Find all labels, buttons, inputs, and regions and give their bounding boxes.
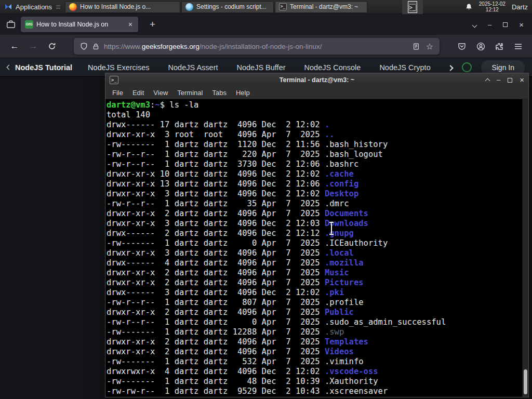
browser-tab-active[interactable]: GfG How to Install Node.js on ×	[21, 17, 138, 32]
firefox-view-icon[interactable]	[6, 20, 16, 29]
site-nav-link[interactable]: NodeJS Buffer	[237, 63, 286, 72]
browser-minimize-button[interactable]: –	[488, 21, 491, 28]
panel-username[interactable]: Dartz	[512, 3, 529, 11]
terminal-line: drwxr-xr-x 2 dartz dartz 4096 Apr 7 2025…	[107, 278, 521, 288]
terminal-line: drwx------ 2 dartz dartz 4096 Dec 2 12:1…	[107, 229, 521, 238]
terminal-line: -rw-r--r-- 1 dartz dartz 807 Apr 7 2025 …	[107, 298, 521, 308]
terminal-line: drwx------ 3 dartz dartz 4096 Dec 2 12:0…	[107, 288, 521, 298]
list-all-tabs-icon[interactable]	[473, 20, 476, 29]
desktop-panel: Applications How to Install Node.js o...…	[0, 0, 532, 14]
browser-tab-bar: GfG How to Install Node.js on × + – ×	[0, 14, 532, 35]
reader-mode-icon[interactable]	[413, 43, 420, 50]
menu-hamburger-icon[interactable]	[510, 38, 526, 54]
distro-logo-icon	[4, 3, 12, 11]
terminal-line: -rw-r--r-- 1 dartz dartz 220 Apr 7 2025 …	[107, 150, 521, 159]
terminal-icon: >_	[279, 3, 287, 10]
site-nav-link[interactable]: NodeJS Crypto	[379, 63, 430, 72]
terminal-menu-edit[interactable]: Edit	[128, 89, 149, 97]
back-icon[interactable]: ←	[6, 38, 23, 55]
terminal-line: drwxr-xr-x 3 root root 4096 Apr 7 2025 .…	[107, 130, 521, 140]
lock-icon[interactable]	[92, 43, 99, 50]
terminal-line: drwxr-xr-x 3 dartz dartz 4096 Dec 2 12:0…	[107, 219, 521, 229]
account-icon[interactable]	[473, 38, 488, 54]
firefox-icon	[69, 3, 77, 11]
terminal-line: drwx------ 17 dartz dartz 4096 Dec 2 12:…	[107, 120, 521, 130]
browser-toolbar: ← → https://www.geeksforgeeks.org/node-j…	[0, 35, 532, 58]
reload-icon[interactable]	[44, 38, 60, 55]
geeksforgeeks-favicon: GfG	[25, 20, 33, 29]
terminal-line: dartz@vm3:~$ ls -la	[107, 100, 521, 110]
url-bar[interactable]: https://www.geeksforgeeks.org/node-js/in…	[74, 38, 440, 55]
terminal-line: -rw------- 1 dartz dartz 12288 Apr 7 202…	[107, 327, 521, 337]
terminal-line: drwxr-xr-x 2 dartz dartz 4096 Apr 7 2025…	[107, 308, 521, 317]
taskbar-button-codium[interactable]: Settings - codium script...	[181, 1, 274, 13]
bell-icon[interactable]	[465, 3, 473, 11]
terminal-window-icon: >_	[110, 76, 118, 84]
terminal-launcher[interactable]: >_	[402, 0, 423, 14]
extensions-puzzle-icon[interactable]	[491, 38, 507, 54]
terminal-line: -rw-r--r-- 1 dartz dartz 35 Apr 7 2025 .…	[107, 199, 521, 209]
site-nav-link[interactable]: NodeJS Console	[304, 63, 361, 72]
terminal-line: drwxr-xr-x 2 dartz dartz 4096 Apr 7 2025…	[107, 347, 521, 357]
nav-scroll-right-button[interactable]	[448, 63, 453, 72]
panel-grip-handle	[56, 5, 60, 9]
tab-close-icon[interactable]: ×	[127, 20, 134, 29]
terminal-line: -rw------- 1 dartz dartz 532 Apr 7 2025 …	[107, 357, 521, 367]
tabbar-controls: – ×	[473, 20, 532, 29]
terminal-shade-button[interactable]	[486, 75, 489, 85]
terminal-menubar: FileEditViewTerminalTabsHelp	[105, 86, 528, 99]
terminal-line: -rw------- 1 dartz dartz 1120 Dec 2 11:5…	[107, 140, 521, 150]
terminal-output[interactable]: dartz@vm3:~$ ls -latotal 140drwx------ 1…	[105, 99, 528, 397]
site-nav-links: NodeJS ExercisesNodeJS AssertNodeJS Buff…	[88, 63, 446, 72]
site-nav-link[interactable]: NodeJS Exercises	[88, 63, 149, 72]
terminal-menu-view[interactable]: View	[149, 89, 172, 97]
terminal-scrollbar-thumb[interactable]	[524, 369, 527, 394]
terminal-menu-tabs[interactable]: Tabs	[207, 89, 231, 97]
ibeam-mouse-cursor	[331, 222, 332, 234]
clock-time: 12:12	[479, 7, 506, 12]
bookmark-star-icon[interactable]: ☆	[426, 42, 433, 51]
tab-title: How to Install Node.js on	[36, 21, 124, 28]
search-icon[interactable]	[462, 62, 472, 72]
terminal-line: -rw-r--r-- 1 dartz dartz 3730 Dec 2 12:0…	[107, 159, 521, 169]
terminal-menu-terminal[interactable]: Terminal	[172, 89, 207, 97]
pocket-icon[interactable]	[454, 38, 470, 54]
clock-date: 2025-12-02	[479, 1, 506, 7]
terminal-title: Terminal - dartz@vm3: ~	[105, 76, 528, 84]
url-text: https://www.geeksforgeeks.org/node-js/in…	[104, 43, 408, 50]
terminal-line: total 140	[107, 110, 521, 120]
forward-icon[interactable]: →	[25, 38, 42, 55]
codium-icon	[185, 3, 193, 11]
terminal-line: drwxr-xr-x 2 dartz dartz 4096 Apr 7 2025…	[107, 268, 521, 278]
tracking-protection-shield-icon[interactable]	[80, 42, 88, 50]
site-nav-link[interactable]: NodeJS Assert	[168, 63, 218, 72]
terminal-line: drwxr-xr-x 3 dartz dartz 4096 Dec 2 12:0…	[107, 189, 521, 199]
browser-close-button[interactable]: ×	[519, 21, 524, 29]
toolbar-buttons	[454, 38, 526, 54]
terminal-window-controls: – ×	[486, 75, 524, 85]
terminal-line: drwxr-xr-x 13 dartz dartz 4096 Dec 2 12:…	[107, 179, 521, 189]
panel-clock[interactable]: 2025-12-02 12:12	[479, 1, 506, 12]
terminal-maximize-button[interactable]	[508, 75, 512, 85]
terminal-line: drwxrwxr-x 4 dartz dartz 4096 Dec 2 12:0…	[107, 367, 521, 377]
terminal-close-button[interactable]: ×	[520, 76, 524, 84]
terminal-line: -rw------- 1 dartz dartz 48 Dec 2 10:39 …	[107, 377, 521, 387]
new-tab-button[interactable]: +	[147, 19, 158, 30]
terminal-window: >_ Terminal - dartz@vm3: ~ – × FileEditV…	[105, 73, 529, 397]
browser-maximize-button[interactable]	[503, 20, 508, 29]
terminal-line: -rw------- 1 dartz dartz 0 Apr 7 2025 .I…	[107, 238, 521, 248]
terminal-line: drwxr-xr-x 10 dartz dartz 4096 Dec 2 12:…	[107, 169, 521, 179]
terminal-line: -rw-rw-r-- 1 dartz dartz 9529 Dec 2 10:4…	[107, 387, 521, 396]
terminal-scrollbar[interactable]	[522, 99, 528, 397]
taskbar-button-firefox[interactable]: How to Install Node.js o...	[65, 1, 180, 13]
taskbar-button-terminal[interactable]: >_ Terminal - dartz@vm3: ~	[275, 1, 367, 13]
terminal-titlebar[interactable]: >_ Terminal - dartz@vm3: ~ – ×	[105, 73, 528, 86]
terminal-line: drwxr-xr-x 2 dartz dartz 4096 Apr 7 2025…	[107, 337, 521, 347]
terminal-line: drwx------ 4 dartz dartz 4096 Apr 7 2025…	[107, 258, 521, 268]
terminal-menu-help[interactable]: Help	[231, 89, 255, 97]
terminal-minimize-button[interactable]: –	[497, 76, 500, 83]
terminal-line: drwxr-xr-x 3 dartz dartz 4096 Apr 7 2025…	[107, 248, 521, 258]
site-nav-back-link[interactable]: NodeJS Tutorial	[7, 63, 72, 72]
applications-menu-button[interactable]: Applications	[0, 0, 55, 14]
terminal-menu-file[interactable]: File	[108, 89, 128, 97]
